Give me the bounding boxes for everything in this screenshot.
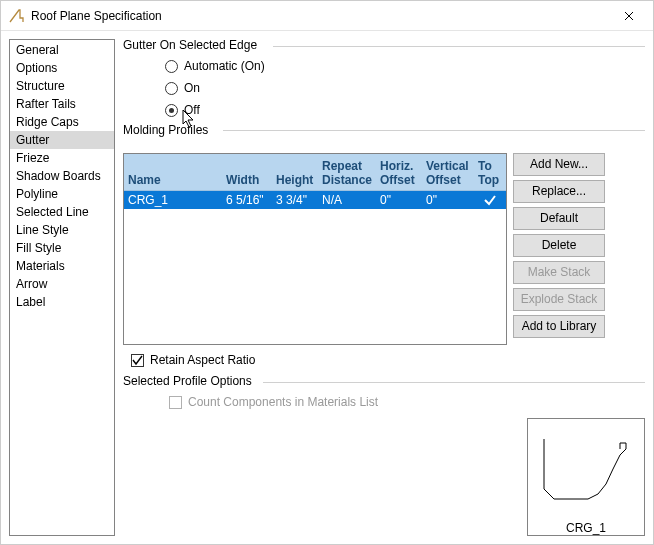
col-repeat[interactable]: Repeat Distance bbox=[318, 154, 376, 190]
sidebar-item-general[interactable]: General bbox=[10, 41, 114, 59]
close-button[interactable] bbox=[609, 2, 649, 30]
sidebar-item-shadow-boards[interactable]: Shadow Boards bbox=[10, 167, 114, 185]
category-sidebar[interactable]: General Options Structure Rafter Tails R… bbox=[9, 39, 115, 536]
explode-stack-button[interactable]: Explode Stack bbox=[513, 288, 605, 311]
cell-totop[interactable] bbox=[474, 190, 506, 209]
default-button[interactable]: Default bbox=[513, 207, 605, 230]
checkmark-icon bbox=[483, 193, 497, 207]
sidebar-item-selected-line[interactable]: Selected Line bbox=[10, 203, 114, 221]
radio-on-label: On bbox=[184, 81, 200, 95]
sidebar-item-arrow[interactable]: Arrow bbox=[10, 275, 114, 293]
col-name[interactable]: Name bbox=[124, 154, 222, 190]
group-spo: Selected Profile Options Count Component… bbox=[123, 375, 645, 413]
roof-app-icon bbox=[9, 8, 25, 24]
group-molding: Molding Profiles bbox=[123, 123, 645, 137]
add-to-library-button[interactable]: Add to Library bbox=[513, 315, 605, 338]
make-stack-button[interactable]: Make Stack bbox=[513, 261, 605, 284]
radio-off[interactable] bbox=[165, 104, 178, 117]
count-components-checkbox bbox=[169, 396, 182, 409]
col-totop[interactable]: To Top bbox=[474, 154, 506, 190]
profile-preview-icon bbox=[528, 419, 644, 515]
sidebar-item-fill-style[interactable]: Fill Style bbox=[10, 239, 114, 257]
sidebar-item-polyline[interactable]: Polyline bbox=[10, 185, 114, 203]
sidebar-item-ridge-caps[interactable]: Ridge Caps bbox=[10, 113, 114, 131]
group-label-gutter-edge: Gutter On Selected Edge bbox=[123, 38, 263, 52]
col-horiz[interactable]: Horiz. Offset bbox=[376, 154, 422, 190]
group-label-spo: Selected Profile Options bbox=[123, 374, 258, 388]
cell-repeat[interactable]: N/A bbox=[318, 190, 376, 209]
window-title: Roof Plane Specification bbox=[31, 9, 609, 23]
cell-width[interactable]: 6 5/16" bbox=[222, 190, 272, 209]
table-row[interactable]: CRG_1 6 5/16" 3 3/4" N/A 0" 0" bbox=[124, 190, 506, 209]
check-icon bbox=[132, 355, 143, 366]
col-width[interactable]: Width bbox=[222, 154, 272, 190]
group-label-molding: Molding Profiles bbox=[123, 123, 214, 137]
radio-automatic-label: Automatic (On) bbox=[184, 59, 265, 73]
cell-vert[interactable]: 0" bbox=[422, 190, 474, 209]
cell-name[interactable]: CRG_1 bbox=[124, 190, 222, 209]
sidebar-item-rafter-tails[interactable]: Rafter Tails bbox=[10, 95, 114, 113]
sidebar-item-structure[interactable]: Structure bbox=[10, 77, 114, 95]
sidebar-item-gutter[interactable]: Gutter bbox=[10, 131, 114, 149]
radio-automatic[interactable] bbox=[165, 60, 178, 73]
close-icon bbox=[624, 11, 634, 21]
col-height[interactable]: Height bbox=[272, 154, 318, 190]
preview-label: CRG_1 bbox=[528, 518, 644, 538]
radio-on[interactable] bbox=[165, 82, 178, 95]
sidebar-item-label[interactable]: Label bbox=[10, 293, 114, 311]
group-gutter-edge: Gutter On Selected Edge Automatic (On) O… bbox=[123, 39, 645, 121]
cell-horiz[interactable]: 0" bbox=[376, 190, 422, 209]
sidebar-item-options[interactable]: Options bbox=[10, 59, 114, 77]
molding-profiles-table[interactable]: Name Width Height Repeat Distance Horiz.… bbox=[123, 153, 507, 345]
add-new-button[interactable]: Add New... bbox=[513, 153, 605, 176]
sidebar-item-frieze[interactable]: Frieze bbox=[10, 149, 114, 167]
sidebar-item-materials[interactable]: Materials bbox=[10, 257, 114, 275]
replace-button[interactable]: Replace... bbox=[513, 180, 605, 203]
delete-button[interactable]: Delete bbox=[513, 234, 605, 257]
titlebar: Roof Plane Specification bbox=[1, 1, 653, 31]
profile-preview: CRG_1 bbox=[527, 418, 645, 536]
cell-height[interactable]: 3 3/4" bbox=[272, 190, 318, 209]
sidebar-item-line-style[interactable]: Line Style bbox=[10, 221, 114, 239]
col-vert[interactable]: Vertical Offset bbox=[422, 154, 474, 190]
count-components-label: Count Components in Materials List bbox=[188, 395, 378, 409]
radio-off-label: Off bbox=[184, 103, 200, 117]
retain-aspect-label: Retain Aspect Ratio bbox=[150, 353, 255, 367]
retain-aspect-checkbox[interactable] bbox=[131, 354, 144, 367]
